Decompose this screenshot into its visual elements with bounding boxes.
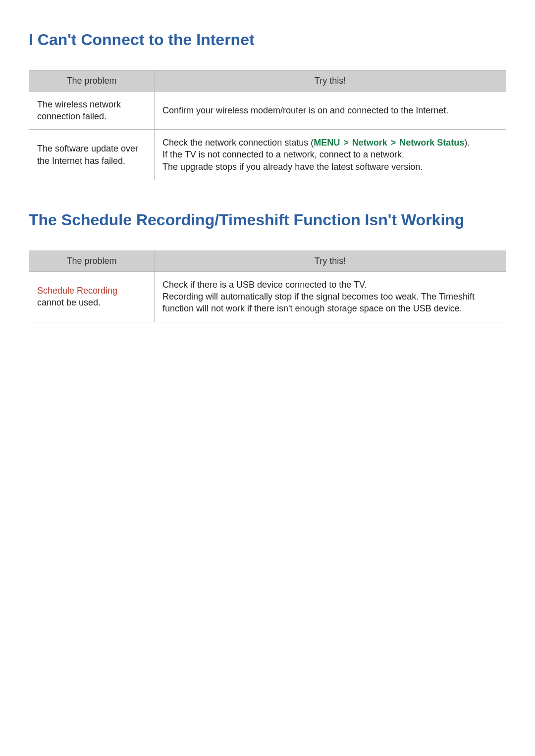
section1-header-row: The problem Try this! [29,70,506,91]
menu-path-network: Network [352,138,387,148]
section1-header-try: Try this! [155,70,506,91]
section2-row0-try: Check if there is a USB device connected… [155,271,506,322]
section1-row0-problem: The wireless network connection failed. [29,91,155,130]
section2-title: The Schedule Recording/Timeshift Functio… [29,210,506,231]
table-row: The wireless network connection failed. … [29,91,506,130]
section1-row0-try: Confirm your wireless modem/router is on… [155,91,506,130]
section1-row1-problem: The software update over the Internet ha… [29,130,155,180]
section2-header-row: The problem Try this! [29,251,506,271]
section2-table: The problem Try this! Schedule Recording… [29,251,506,322]
section1-title: I Can't Connect to the Internet [29,30,506,50]
chevron-right-icon: > [342,138,350,148]
section2-header-try: Try this! [155,251,506,271]
try-text: ). [464,138,470,148]
table-row: Schedule Recording cannot be used. Check… [29,271,506,322]
try-text: Check the network connection status ( [162,138,314,148]
try-text: If the TV is not connected to a network,… [162,150,404,159]
try-text: The upgrade stops if you already have th… [162,162,423,172]
menu-path-menu: MENU [314,138,340,148]
section1-table: The problem Try this! The wireless netwo… [29,70,506,180]
try-text: Recording will automatically stop if the… [162,292,475,313]
try-text: Check if there is a USB device connected… [162,280,367,290]
highlight-schedule-recording: Schedule Recording [37,286,117,296]
chevron-right-icon: > [390,138,397,148]
section2-row0-problem: Schedule Recording cannot be used. [29,271,155,322]
table-row: The software update over the Internet ha… [29,130,506,180]
section1-header-problem: The problem [29,70,155,91]
menu-path-network-status: Network Status [399,138,464,148]
section1-row1-try: Check the network connection status (MEN… [155,130,506,180]
page: I Can't Connect to the Internet The prob… [0,0,535,382]
problem-rest: cannot be used. [37,298,101,307]
section2-header-problem: The problem [29,251,155,271]
